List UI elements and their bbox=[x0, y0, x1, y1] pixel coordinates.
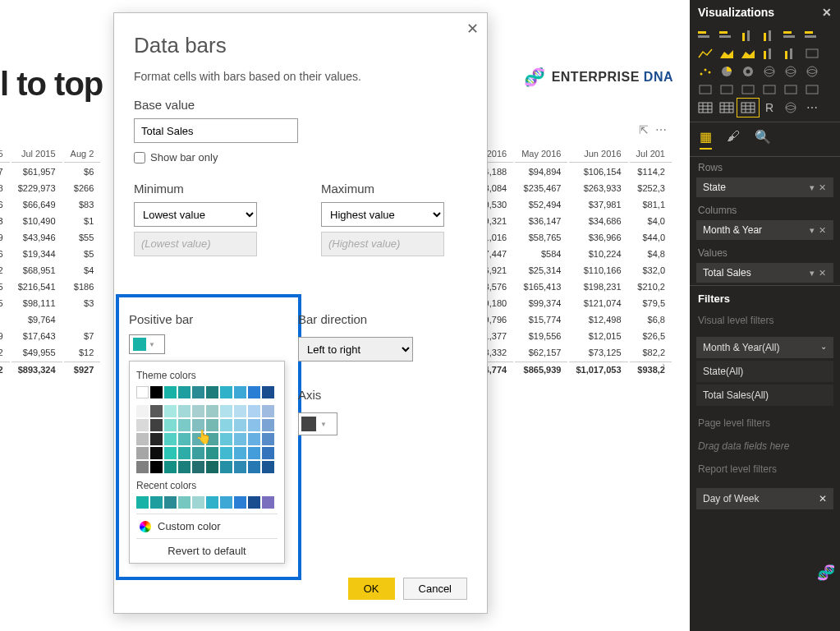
filter-total-sales[interactable]: Total Sales(All) bbox=[696, 385, 833, 406]
color-cell[interactable] bbox=[192, 433, 204, 445]
recent-color-cell[interactable] bbox=[262, 496, 274, 509]
color-cell[interactable] bbox=[136, 447, 149, 459]
viz-stacked-area-icon[interactable] bbox=[737, 44, 759, 62]
color-cell[interactable] bbox=[150, 447, 163, 459]
viz-more-icon[interactable]: ⋯ bbox=[801, 99, 823, 117]
color-cell[interactable] bbox=[136, 386, 149, 398]
color-cell[interactable] bbox=[164, 405, 177, 417]
color-cell[interactable] bbox=[150, 461, 163, 473]
color-cell[interactable] bbox=[136, 461, 149, 473]
color-cell[interactable] bbox=[220, 433, 232, 445]
color-cell[interactable] bbox=[164, 447, 177, 459]
color-cell[interactable] bbox=[192, 386, 204, 398]
recent-color-cell[interactable] bbox=[178, 496, 190, 509]
maximum-select[interactable]: Highest value bbox=[321, 202, 444, 227]
show-bar-only-checkbox[interactable] bbox=[134, 152, 145, 164]
viz-scatter-icon[interactable] bbox=[695, 62, 716, 81]
color-cell[interactable] bbox=[220, 461, 232, 473]
viz-funnel-icon[interactable] bbox=[695, 81, 716, 99]
color-cell[interactable] bbox=[206, 433, 218, 445]
minimum-select[interactable]: Lowest value bbox=[134, 202, 257, 227]
color-cell[interactable] bbox=[234, 461, 246, 473]
viz-r-visual-icon[interactable]: R bbox=[759, 99, 780, 117]
focus-mode-icon[interactable]: ⇱ bbox=[639, 123, 649, 136]
color-cell[interactable] bbox=[234, 386, 246, 398]
color-cell[interactable] bbox=[234, 419, 246, 431]
viz-area-icon[interactable] bbox=[716, 44, 737, 62]
viz-stacked-bar-icon[interactable] bbox=[695, 26, 716, 44]
viz-donut-icon[interactable] bbox=[737, 62, 759, 81]
color-cell[interactable] bbox=[192, 461, 204, 473]
color-cell[interactable] bbox=[192, 405, 204, 417]
viz-pie-icon[interactable] bbox=[716, 62, 737, 81]
viz-kpi-icon[interactable] bbox=[780, 81, 801, 99]
color-cell[interactable] bbox=[150, 419, 163, 431]
color-cell[interactable] bbox=[192, 419, 204, 431]
color-cell[interactable] bbox=[164, 419, 177, 431]
color-cell[interactable] bbox=[234, 447, 246, 459]
more-options-icon[interactable]: ⋯ bbox=[655, 123, 667, 136]
viz-table-icon[interactable] bbox=[695, 99, 716, 117]
positive-bar-color-button[interactable]: ▼ bbox=[129, 334, 165, 354]
color-cell[interactable] bbox=[220, 419, 232, 431]
bar-direction-select[interactable]: Left to right bbox=[298, 337, 413, 362]
color-cell[interactable] bbox=[136, 419, 149, 431]
rows-field-pill[interactable]: State▾ ✕ bbox=[696, 177, 833, 197]
field-menu-icon[interactable]: ▾ ✕ bbox=[810, 225, 827, 236]
color-cell[interactable] bbox=[220, 405, 232, 417]
viz-clustered-column-icon[interactable] bbox=[759, 26, 780, 44]
color-cell[interactable] bbox=[234, 405, 246, 417]
viz-ribbon-icon[interactable] bbox=[801, 44, 823, 62]
field-menu-icon[interactable]: ▾ ✕ bbox=[810, 268, 827, 279]
color-cell[interactable] bbox=[248, 405, 260, 417]
recent-color-cell[interactable] bbox=[150, 496, 163, 509]
color-cell[interactable] bbox=[178, 405, 190, 417]
color-cell[interactable] bbox=[206, 447, 218, 459]
color-cell[interactable] bbox=[178, 447, 190, 459]
format-tab-icon[interactable]: 🖌 bbox=[727, 129, 740, 150]
viz-matrix-icon[interactable] bbox=[716, 99, 737, 117]
recent-color-cell[interactable] bbox=[192, 496, 204, 509]
viz-slicer-icon[interactable] bbox=[801, 81, 823, 99]
ok-button[interactable]: OK bbox=[348, 578, 395, 600]
axis-color-button[interactable]: ▼ bbox=[298, 412, 337, 435]
recent-color-cell[interactable] bbox=[234, 496, 246, 509]
fields-tab-icon[interactable]: ▦ bbox=[700, 129, 712, 150]
viz-globe-icon[interactable] bbox=[780, 99, 801, 117]
collapse-panel-icon[interactable]: ✕ bbox=[822, 6, 832, 19]
color-cell[interactable] bbox=[206, 405, 218, 417]
color-cell[interactable] bbox=[248, 419, 260, 431]
custom-color-action[interactable]: Custom color bbox=[136, 514, 278, 538]
viz-line-icon[interactable] bbox=[695, 44, 716, 62]
viz-filled-map-icon[interactable] bbox=[801, 62, 823, 81]
color-cell[interactable] bbox=[248, 386, 260, 398]
viz-line-column-icon[interactable] bbox=[759, 44, 780, 62]
remove-filter-icon[interactable]: ✕ bbox=[819, 493, 827, 504]
viz-card-icon[interactable] bbox=[737, 81, 759, 99]
color-cell[interactable] bbox=[178, 386, 190, 398]
color-cell[interactable] bbox=[150, 386, 163, 398]
viz-multi-card-icon[interactable] bbox=[759, 81, 780, 99]
color-cell[interactable] bbox=[262, 386, 274, 398]
color-cell[interactable] bbox=[136, 433, 149, 445]
recent-color-cell[interactable] bbox=[220, 496, 232, 509]
viz-clustered-bar-100-icon[interactable] bbox=[801, 26, 823, 44]
color-cell[interactable] bbox=[192, 447, 204, 459]
analytics-tab-icon[interactable]: 🔍 bbox=[755, 129, 771, 150]
color-cell[interactable] bbox=[220, 447, 232, 459]
viz-stacked-bar-100-icon[interactable] bbox=[780, 26, 801, 44]
color-cell[interactable] bbox=[248, 461, 260, 473]
color-cell[interactable] bbox=[178, 461, 190, 473]
viz-map-icon[interactable] bbox=[780, 62, 801, 81]
values-field-pill[interactable]: Total Sales▾ ✕ bbox=[696, 263, 833, 283]
close-icon[interactable]: ✕ bbox=[466, 20, 479, 38]
color-cell[interactable] bbox=[178, 433, 190, 445]
recent-color-cell[interactable] bbox=[206, 496, 218, 509]
color-cell[interactable] bbox=[164, 461, 177, 473]
color-cell[interactable] bbox=[136, 405, 149, 417]
color-cell[interactable] bbox=[206, 386, 218, 398]
color-cell[interactable] bbox=[248, 447, 260, 459]
cancel-button[interactable]: Cancel bbox=[403, 578, 467, 600]
recent-color-cell[interactable] bbox=[164, 496, 177, 509]
field-menu-icon[interactable]: ▾ ✕ bbox=[810, 182, 827, 193]
